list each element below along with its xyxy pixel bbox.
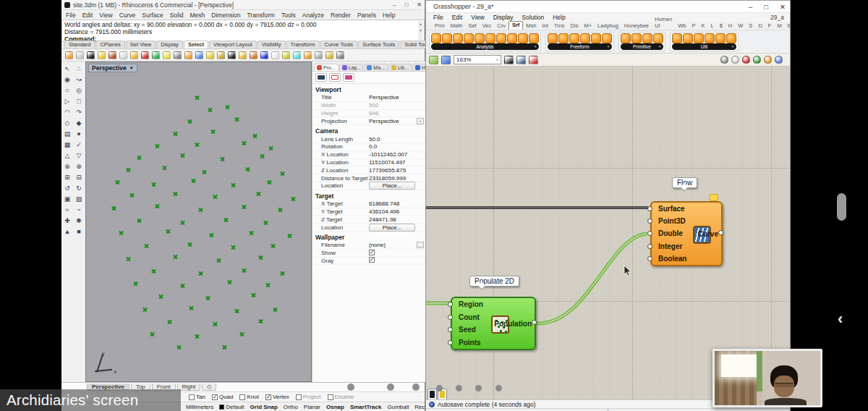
component-icon[interactable] <box>683 33 693 43</box>
ribbon-group-label[interactable]: Util+ <box>672 43 736 50</box>
gh-tab-m[interactable]: M <box>774 22 784 30</box>
collapse-handle[interactable]: ˅ <box>426 408 790 411</box>
point-object[interactable] <box>210 129 216 134</box>
sidebar-tool-icon-3[interactable]: ↝ <box>74 75 84 85</box>
grasshopper-titlebar[interactable]: Grasshopper - 29_a* – □ ✕ <box>426 1 790 13</box>
sidebar-tool-icon-16[interactable]: △ <box>62 151 72 161</box>
sidebar-tool-icon-13[interactable]: ● <box>74 129 84 139</box>
rhino-menu-solid[interactable]: Solid <box>170 12 184 19</box>
camera-icon[interactable] <box>315 73 327 82</box>
ball-blue-icon[interactable] <box>775 56 783 64</box>
status-osnap[interactable]: Osnap <box>326 404 344 410</box>
point-object[interactable] <box>213 321 218 326</box>
sidebar-tool-icon-7[interactable]: □ <box>74 96 84 106</box>
checkbox[interactable] <box>328 394 333 400</box>
gh-tab-trns[interactable]: Trns <box>551 22 568 30</box>
toolbar-tab-select[interactable]: Select <box>184 41 208 48</box>
browse-button[interactable]: ... <box>417 242 424 248</box>
point-object[interactable] <box>258 255 263 260</box>
expand-icon[interactable]: + <box>658 44 661 49</box>
toolbar-icon-25[interactable] <box>336 51 344 59</box>
scrollbar-thumb[interactable] <box>837 193 846 221</box>
expand-icon[interactable]: + <box>534 44 537 49</box>
toolbar-icon-12[interactable] <box>195 51 203 59</box>
flow-input-double[interactable]: Double <box>652 228 686 240</box>
sidebar-tool-icon-8[interactable]: ◠ <box>62 107 72 117</box>
point-object[interactable] <box>202 169 207 174</box>
gh-tab-ladybug[interactable]: Ladybug <box>595 22 621 30</box>
point-object[interactable] <box>252 133 258 138</box>
component-icon[interactable] <box>726 33 736 43</box>
rhino-menu-file[interactable]: File <box>66 12 76 19</box>
populate-input-seed[interactable]: Seed <box>452 324 483 336</box>
status-planar[interactable]: Planar <box>304 404 320 410</box>
toolbar-tab-surface-tools[interactable]: Surface Tools <box>358 41 399 48</box>
sidebar-tool-icon-5[interactable]: ◎ <box>74 85 84 96</box>
input-notch[interactable] <box>448 302 453 307</box>
checkbox[interactable] <box>265 394 271 400</box>
chevron-left-icon[interactable]: ‹ <box>838 310 843 329</box>
flow-input-integer[interactable]: Integer <box>652 240 686 252</box>
rhino-menu-transform[interactable]: Transform <box>247 12 274 19</box>
flow-output-curve[interactable]: Curve <box>698 203 718 265</box>
component-icon[interactable] <box>569 33 579 43</box>
point-object[interactable] <box>151 182 156 187</box>
osnap-knot[interactable]: Knot <box>239 394 258 400</box>
point-object[interactable] <box>111 206 116 211</box>
populate-input-region[interactable]: Region <box>452 299 483 310</box>
point-object[interactable] <box>271 243 276 248</box>
panel-tab-pro[interactable]: Pro... <box>314 64 339 71</box>
sidebar-tool-icon-2[interactable]: ◉ <box>62 75 72 85</box>
osnap-quad[interactable]: Quad <box>212 394 234 400</box>
rhino-menu-panels[interactable]: Panels <box>357 12 376 19</box>
point-object[interactable] <box>187 119 192 124</box>
component-icon[interactable] <box>453 33 463 43</box>
flow-input-boolean[interactable]: Boolean <box>652 253 686 264</box>
save-file-icon[interactable] <box>441 56 451 64</box>
property-value[interactable]: Perspective <box>369 94 417 101</box>
gh-tab-h[interactable]: H <box>726 22 735 30</box>
point-object[interactable] <box>119 230 124 235</box>
sidebar-tool-icon-23[interactable]: ↻ <box>74 183 84 193</box>
toolbar-tab-display[interactable]: Display <box>156 41 183 48</box>
sidebar-tool-icon-9[interactable]: ↷ <box>74 107 84 117</box>
point-object[interactable] <box>126 256 131 261</box>
point-object[interactable] <box>166 229 171 234</box>
close-icon[interactable]: ✕ <box>780 3 786 11</box>
sidebar-tool-icon-26[interactable]: ≈ <box>62 205 72 215</box>
checkbox[interactable] <box>189 394 195 400</box>
point-object[interactable] <box>245 166 250 171</box>
sidebar-tool-icon-25[interactable]: ▨ <box>74 194 84 204</box>
point-object[interactable] <box>260 153 265 158</box>
point-object[interactable] <box>176 344 182 349</box>
ribbon-group-label[interactable]: Freeform+ <box>548 43 612 50</box>
component-icon[interactable] <box>496 33 506 43</box>
expand-icon[interactable]: + <box>607 44 610 49</box>
point-object[interactable] <box>209 232 214 237</box>
point-object[interactable] <box>158 294 163 299</box>
toolbar-icon-15[interactable] <box>228 51 236 59</box>
osnap-vertex[interactable]: Vertex <box>265 394 289 400</box>
point-object[interactable] <box>278 207 283 212</box>
osnap-tan[interactable]: Tan <box>189 394 205 400</box>
input-notch[interactable] <box>647 256 652 261</box>
checkbox[interactable] <box>369 250 375 255</box>
populate-output-population[interactable]: Population <box>494 298 532 349</box>
panel-tab-help[interactable]: Help <box>412 64 425 71</box>
point-object[interactable] <box>242 140 247 145</box>
component-icon[interactable] <box>475 33 485 43</box>
component-icon[interactable] <box>548 33 558 43</box>
status-record-history[interactable]: Record History <box>414 404 425 410</box>
point-object[interactable] <box>234 308 239 313</box>
gh-tab-srf[interactable]: Srf <box>509 21 523 30</box>
sidebar-tool-icon-15[interactable]: ✓ <box>74 140 84 150</box>
component-icon[interactable] <box>485 33 495 43</box>
rhino-command-area[interactable]: World angles and deltas: xy = 90.000 ele… <box>61 20 425 42</box>
sidebar-tool-icon-4[interactable]: ○ <box>62 85 72 96</box>
gh-menu-display[interactable]: Display <box>493 14 514 21</box>
component-icon[interactable] <box>591 33 601 43</box>
point-object[interactable] <box>231 182 236 187</box>
property-value[interactable]: 436104.496 <box>369 208 417 215</box>
viewport-tab-[interactable]: ◇ <box>202 384 216 391</box>
property-value[interactable]: 23318059.999 <box>369 175 417 182</box>
